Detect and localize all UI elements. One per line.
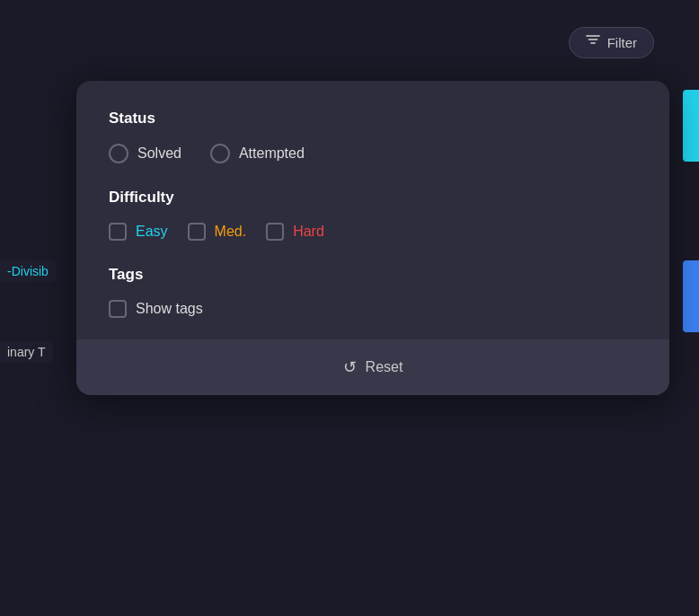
status-attempted-option[interactable]: Attempted bbox=[210, 144, 305, 163]
right-bar-1 bbox=[683, 90, 699, 162]
status-options-row: Solved Attempted bbox=[109, 144, 637, 163]
difficulty-easy-label: Easy bbox=[136, 224, 168, 240]
difficulty-hard-label: Hard bbox=[293, 224, 324, 240]
difficulty-med-checkbox[interactable] bbox=[188, 223, 206, 241]
show-tags-label: Show tags bbox=[136, 301, 203, 317]
filter-popup: Status Solved Attempted Difficulty Easy … bbox=[76, 81, 669, 395]
difficulty-easy-option[interactable]: Easy bbox=[109, 223, 168, 241]
difficulty-title: Difficulty bbox=[109, 189, 637, 207]
difficulty-section: Difficulty Easy Med. Hard bbox=[109, 189, 637, 241]
status-attempted-label: Attempted bbox=[239, 145, 305, 162]
difficulty-med-option[interactable]: Med. bbox=[188, 223, 247, 241]
difficulty-med-label: Med. bbox=[215, 224, 247, 240]
difficulty-easy-checkbox[interactable] bbox=[109, 223, 127, 241]
difficulty-hard-option[interactable]: Hard bbox=[266, 223, 324, 241]
status-solved-radio[interactable] bbox=[109, 144, 128, 163]
tags-title: Tags bbox=[109, 266, 637, 284]
difficulty-hard-checkbox[interactable] bbox=[266, 223, 284, 241]
status-title: Status bbox=[109, 110, 637, 128]
filter-icon bbox=[586, 35, 600, 50]
difficulty-options-row: Easy Med. Hard bbox=[109, 223, 637, 241]
right-bar-2 bbox=[683, 260, 699, 332]
side-label-1: -Divisib bbox=[0, 260, 56, 282]
status-section: Status Solved Attempted bbox=[109, 110, 637, 163]
show-tags-option[interactable]: Show tags bbox=[109, 300, 637, 318]
status-solved-label: Solved bbox=[137, 145, 181, 162]
show-tags-checkbox[interactable] bbox=[109, 300, 127, 318]
reset-button[interactable]: ↺ Reset bbox=[76, 339, 669, 395]
filter-button-label: Filter bbox=[607, 35, 637, 50]
status-solved-option[interactable]: Solved bbox=[109, 144, 181, 163]
reset-icon: ↺ bbox=[343, 357, 357, 377]
status-attempted-radio[interactable] bbox=[210, 144, 230, 163]
filter-button[interactable]: Filter bbox=[569, 27, 654, 58]
tags-section: Tags Show tags bbox=[109, 266, 637, 318]
reset-button-label: Reset bbox=[366, 359, 403, 375]
side-label-2: inary T bbox=[0, 341, 53, 363]
